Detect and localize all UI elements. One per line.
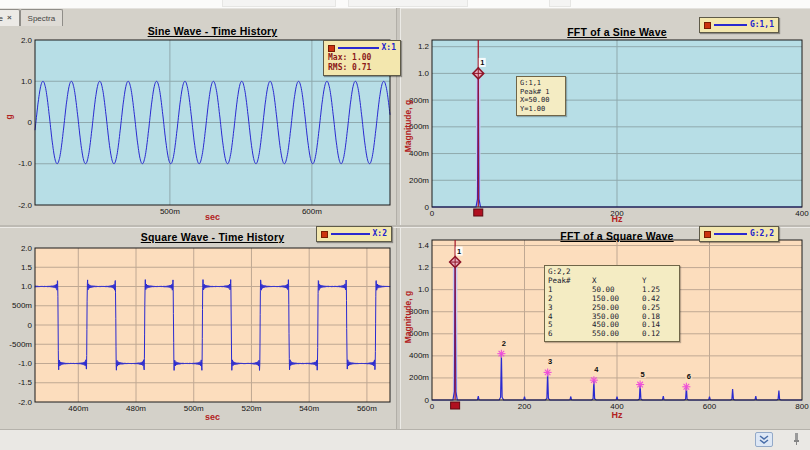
toolbar-ghost bbox=[222, 0, 336, 7]
legend-stat-rms: RMS: 0.71 bbox=[328, 63, 396, 73]
y-tick-label: -2.0 bbox=[18, 201, 32, 210]
legend-square-time[interactable]: X:2 bbox=[316, 226, 392, 242]
annotation-line: Y=1.00 bbox=[520, 105, 562, 114]
annotation-cell: 550.00 bbox=[592, 330, 642, 339]
peak-label: 1 bbox=[480, 58, 484, 67]
legend-series-name: G:2,2 bbox=[750, 229, 774, 239]
y-tick-label: 1.5 bbox=[21, 263, 33, 272]
y-tick-label: -1.0 bbox=[18, 159, 32, 168]
legend-square-fft[interactable]: G:2,2 bbox=[699, 226, 779, 242]
y-tick-label: 0 bbox=[425, 203, 430, 212]
sine-fft-plot[interactable]: 102004001.21.0800m600m400m200m0 bbox=[400, 8, 810, 228]
peak-label: 2 bbox=[502, 339, 506, 348]
annotation-cell: 4 bbox=[548, 313, 592, 322]
toolbar-ghost bbox=[549, 0, 571, 7]
y-tick-label: 1.2 bbox=[418, 42, 430, 51]
x-axis-label: sec bbox=[35, 212, 390, 222]
annotation-line: X=50.00 bbox=[520, 96, 562, 105]
tab-label: Spectra bbox=[28, 14, 56, 23]
legend-sine-fft[interactable]: G:1,1 bbox=[699, 17, 779, 33]
y-tick-label: 500m bbox=[12, 301, 32, 310]
legend-line-sample bbox=[338, 47, 379, 49]
tab-label: ne bbox=[0, 14, 3, 23]
annotation-cell: Peak# bbox=[548, 277, 592, 286]
legend-series-name: X:1 bbox=[382, 43, 396, 53]
annotation-cell: 2 bbox=[548, 295, 592, 304]
legend-series-name: X:2 bbox=[373, 229, 387, 239]
pin-icon[interactable] bbox=[792, 432, 801, 445]
y-tick-label: 1.2 bbox=[418, 263, 430, 272]
plot-title-sine-time: Sine Wave - Time History bbox=[35, 25, 390, 37]
y-tick-label: 1.0 bbox=[21, 77, 33, 86]
x-axis-label: sec bbox=[35, 412, 390, 422]
legend-marker-icon bbox=[321, 231, 328, 238]
y-tick-label: 0 bbox=[28, 118, 33, 127]
peak-label: 6 bbox=[687, 372, 691, 381]
square-time-plot[interactable]: 460m480m500m520m540m560m2.01.51.0500m0-5… bbox=[0, 228, 397, 428]
peak-label: 3 bbox=[548, 357, 552, 366]
x-axis-label: Hz bbox=[432, 214, 802, 224]
peak-label: 1 bbox=[457, 247, 461, 256]
annotation-line: G:1,1 bbox=[520, 79, 562, 88]
peak-label: 5 bbox=[641, 370, 645, 379]
legend-series-name: G:1,1 bbox=[750, 20, 774, 30]
legend-marker-icon bbox=[704, 22, 711, 29]
y-tick-label: 1.4 bbox=[418, 241, 430, 250]
legend-marker-icon bbox=[704, 231, 711, 238]
legend-stat-max: Max: 1.00 bbox=[328, 53, 396, 63]
y-axis-label: Magnitude, g bbox=[403, 60, 413, 192]
tab-spectra[interactable]: Spectra bbox=[20, 9, 64, 26]
y-tick-label: 2.0 bbox=[21, 244, 33, 253]
y-tick-label: -2.0 bbox=[18, 398, 32, 407]
x-axis-label: Hz bbox=[432, 410, 802, 420]
y-tick-label: -1.5 bbox=[18, 378, 32, 387]
y-tick-label: 1.0 bbox=[21, 282, 33, 291]
fft-sine-annotation[interactable]: G:1,1 Peak# 1 X=50.00 Y=1.00 bbox=[516, 76, 566, 116]
annotation-cell: 6 bbox=[548, 330, 592, 339]
y-tick-label: 0 bbox=[28, 321, 33, 330]
legend-marker-icon bbox=[328, 45, 335, 52]
cursor-handle bbox=[451, 402, 460, 409]
tab-close-icon[interactable]: × bbox=[7, 14, 12, 22]
y-tick-label: -1.0 bbox=[18, 359, 32, 368]
y-axis-label: g bbox=[4, 106, 14, 128]
chevron-double-down-icon[interactable] bbox=[755, 432, 773, 447]
y-tick-label: -500m bbox=[9, 340, 32, 349]
y-axis-label: Magnitude, g bbox=[403, 242, 413, 392]
annotation-cell: 0.12 bbox=[642, 330, 676, 339]
annotation-cell: 3 bbox=[548, 304, 592, 313]
legend-line-sample bbox=[331, 233, 370, 235]
tab-bar: ne × Spectra bbox=[0, 9, 396, 26]
y-tick-label: 1.0 bbox=[418, 285, 430, 294]
y-tick-label: 1.0 bbox=[418, 69, 430, 78]
fft-square-annotation[interactable]: G:2,2Peak#XY150.001.252150.000.423250.00… bbox=[544, 265, 680, 342]
status-bar bbox=[0, 429, 810, 450]
y-tick-label: 0 bbox=[425, 396, 430, 405]
annotation-line: Peak# 1 bbox=[520, 88, 562, 97]
legend-line-sample bbox=[714, 24, 747, 26]
legend-line-sample bbox=[714, 233, 747, 235]
annotation-cell: 5 bbox=[548, 321, 592, 330]
annotation-cell: 1 bbox=[548, 286, 592, 295]
legend-sine-time[interactable]: X:1 Max: 1.00 RMS: 0.71 bbox=[323, 40, 401, 76]
annotation-row: 6550.000.12 bbox=[548, 330, 676, 339]
toolbar-ghost bbox=[348, 0, 468, 7]
y-tick-label: 2.0 bbox=[21, 36, 33, 45]
tab-time[interactable]: ne × bbox=[0, 9, 20, 26]
